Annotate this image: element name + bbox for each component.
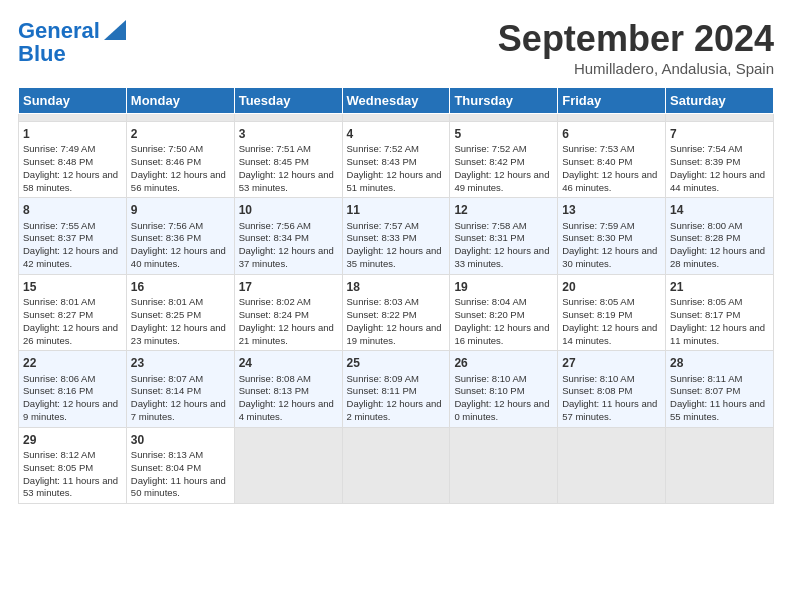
calendar-cell: 6Sunrise: 7:53 AMSunset: 8:40 PMDaylight… [558, 122, 666, 198]
sunset-text: Sunset: 8:20 PM [454, 309, 553, 322]
day-number: 26 [454, 355, 553, 371]
calendar-cell: 17Sunrise: 8:02 AMSunset: 8:24 PMDayligh… [234, 274, 342, 350]
sunset-text: Sunset: 8:48 PM [23, 156, 122, 169]
day-number: 11 [347, 202, 446, 218]
sunrise-text: Sunrise: 7:49 AM [23, 143, 122, 156]
col-monday: Monday [126, 88, 234, 114]
calendar-cell [19, 114, 127, 122]
logo-arrow-icon [104, 20, 126, 40]
sunset-text: Sunset: 8:45 PM [239, 156, 338, 169]
daylight-text: Daylight: 11 hours and 55 minutes. [670, 398, 769, 424]
calendar-cell [342, 114, 450, 122]
sunset-text: Sunset: 8:16 PM [23, 385, 122, 398]
calendar-cell: 13Sunrise: 7:59 AMSunset: 8:30 PMDayligh… [558, 198, 666, 274]
col-wednesday: Wednesday [342, 88, 450, 114]
sunrise-text: Sunrise: 7:50 AM [131, 143, 230, 156]
daylight-text: Daylight: 12 hours and 51 minutes. [347, 169, 446, 195]
page: General Blue September 2024 Humilladero,… [0, 0, 792, 514]
sunrise-text: Sunrise: 7:53 AM [562, 143, 661, 156]
day-number: 7 [670, 126, 769, 142]
sunset-text: Sunset: 8:28 PM [670, 232, 769, 245]
sunrise-text: Sunrise: 8:12 AM [23, 449, 122, 462]
daylight-text: Daylight: 12 hours and 40 minutes. [131, 245, 230, 271]
calendar-cell: 14Sunrise: 8:00 AMSunset: 8:28 PMDayligh… [666, 198, 774, 274]
calendar-cell [666, 114, 774, 122]
daylight-text: Daylight: 12 hours and 28 minutes. [670, 245, 769, 271]
sunset-text: Sunset: 8:39 PM [670, 156, 769, 169]
calendar-cell: 9Sunrise: 7:56 AMSunset: 8:36 PMDaylight… [126, 198, 234, 274]
calendar-cell [126, 114, 234, 122]
calendar-week-row: 1Sunrise: 7:49 AMSunset: 8:48 PMDaylight… [19, 122, 774, 198]
calendar-cell [234, 427, 342, 503]
day-number: 6 [562, 126, 661, 142]
day-number: 24 [239, 355, 338, 371]
daylight-text: Daylight: 12 hours and 33 minutes. [454, 245, 553, 271]
sunset-text: Sunset: 8:08 PM [562, 385, 661, 398]
calendar-cell: 29Sunrise: 8:12 AMSunset: 8:05 PMDayligh… [19, 427, 127, 503]
sunrise-text: Sunrise: 7:56 AM [131, 220, 230, 233]
day-number: 2 [131, 126, 230, 142]
sunset-text: Sunset: 8:22 PM [347, 309, 446, 322]
daylight-text: Daylight: 12 hours and 0 minutes. [454, 398, 553, 424]
calendar-cell [234, 114, 342, 122]
calendar-cell: 5Sunrise: 7:52 AMSunset: 8:42 PMDaylight… [450, 122, 558, 198]
sunrise-text: Sunrise: 7:54 AM [670, 143, 769, 156]
day-number: 16 [131, 279, 230, 295]
daylight-text: Daylight: 12 hours and 9 minutes. [23, 398, 122, 424]
day-number: 3 [239, 126, 338, 142]
sunrise-text: Sunrise: 8:01 AM [23, 296, 122, 309]
calendar-cell: 26Sunrise: 8:10 AMSunset: 8:10 PMDayligh… [450, 351, 558, 427]
sunrise-text: Sunrise: 8:11 AM [670, 373, 769, 386]
sunset-text: Sunset: 8:25 PM [131, 309, 230, 322]
sunrise-text: Sunrise: 8:02 AM [239, 296, 338, 309]
sunset-text: Sunset: 8:36 PM [131, 232, 230, 245]
sunrise-text: Sunrise: 7:58 AM [454, 220, 553, 233]
calendar-cell: 4Sunrise: 7:52 AMSunset: 8:43 PMDaylight… [342, 122, 450, 198]
calendar-cell: 2Sunrise: 7:50 AMSunset: 8:46 PMDaylight… [126, 122, 234, 198]
calendar-cell: 27Sunrise: 8:10 AMSunset: 8:08 PMDayligh… [558, 351, 666, 427]
sunset-text: Sunset: 8:34 PM [239, 232, 338, 245]
sunrise-text: Sunrise: 7:52 AM [454, 143, 553, 156]
sunset-text: Sunset: 8:33 PM [347, 232, 446, 245]
calendar-cell: 20Sunrise: 8:05 AMSunset: 8:19 PMDayligh… [558, 274, 666, 350]
sunset-text: Sunset: 8:04 PM [131, 462, 230, 475]
calendar-cell [450, 114, 558, 122]
daylight-text: Daylight: 12 hours and 58 minutes. [23, 169, 122, 195]
calendar-week-row: 8Sunrise: 7:55 AMSunset: 8:37 PMDaylight… [19, 198, 774, 274]
month-title: September 2024 [498, 18, 774, 60]
header-row: Sunday Monday Tuesday Wednesday Thursday… [19, 88, 774, 114]
day-number: 4 [347, 126, 446, 142]
day-number: 23 [131, 355, 230, 371]
day-number: 12 [454, 202, 553, 218]
header: General Blue September 2024 Humilladero,… [18, 18, 774, 77]
sunrise-text: Sunrise: 8:05 AM [562, 296, 661, 309]
sunrise-text: Sunrise: 8:13 AM [131, 449, 230, 462]
daylight-text: Daylight: 12 hours and 11 minutes. [670, 322, 769, 348]
calendar-cell: 22Sunrise: 8:06 AMSunset: 8:16 PMDayligh… [19, 351, 127, 427]
day-number: 13 [562, 202, 661, 218]
day-number: 5 [454, 126, 553, 142]
sunrise-text: Sunrise: 8:06 AM [23, 373, 122, 386]
col-saturday: Saturday [666, 88, 774, 114]
day-number: 30 [131, 432, 230, 448]
sunrise-text: Sunrise: 8:05 AM [670, 296, 769, 309]
daylight-text: Daylight: 12 hours and 7 minutes. [131, 398, 230, 424]
sunrise-text: Sunrise: 8:01 AM [131, 296, 230, 309]
sunrise-text: Sunrise: 7:51 AM [239, 143, 338, 156]
location: Humilladero, Andalusia, Spain [498, 60, 774, 77]
col-friday: Friday [558, 88, 666, 114]
sunset-text: Sunset: 8:40 PM [562, 156, 661, 169]
daylight-text: Daylight: 12 hours and 16 minutes. [454, 322, 553, 348]
sunrise-text: Sunrise: 8:00 AM [670, 220, 769, 233]
daylight-text: Daylight: 12 hours and 44 minutes. [670, 169, 769, 195]
calendar-cell: 10Sunrise: 7:56 AMSunset: 8:34 PMDayligh… [234, 198, 342, 274]
calendar-week-row: 15Sunrise: 8:01 AMSunset: 8:27 PMDayligh… [19, 274, 774, 350]
calendar-cell: 23Sunrise: 8:07 AMSunset: 8:14 PMDayligh… [126, 351, 234, 427]
svg-marker-0 [104, 20, 126, 40]
sunset-text: Sunset: 8:46 PM [131, 156, 230, 169]
sunrise-text: Sunrise: 8:08 AM [239, 373, 338, 386]
day-number: 15 [23, 279, 122, 295]
calendar-week-row: 29Sunrise: 8:12 AMSunset: 8:05 PMDayligh… [19, 427, 774, 503]
daylight-text: Daylight: 12 hours and 26 minutes. [23, 322, 122, 348]
logo-text: General [18, 19, 100, 43]
